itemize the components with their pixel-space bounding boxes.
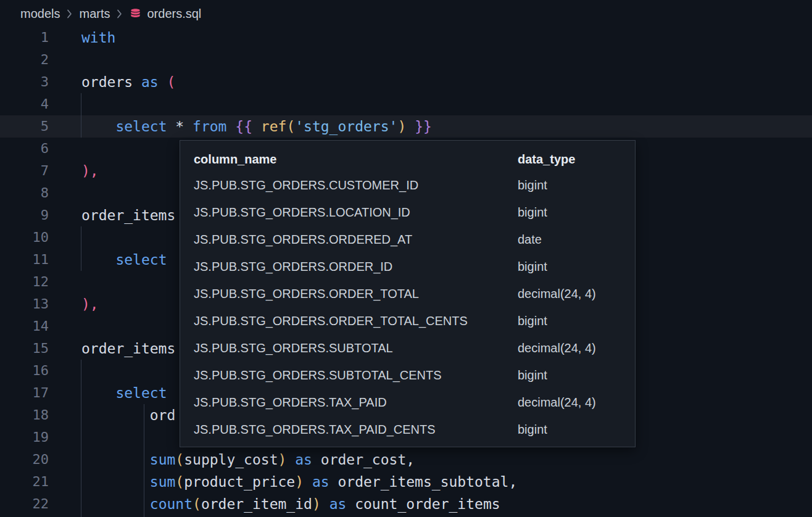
- line-number: 11: [0, 249, 49, 271]
- breadcrumb: models marts orders.sql: [0, 0, 812, 27]
- code-line[interactable]: 20 sum(supply_cost) as order_cost,: [0, 449, 812, 471]
- popup-column-name: JS.PUB.STG_ORDERS.SUBTOTAL_CENTS: [194, 368, 518, 383]
- code-text: [49, 426, 81, 449]
- line-number: 16: [0, 360, 49, 382]
- popup-row: JS.PUB.STG_ORDERS.CUSTOMER_IDbigint: [180, 172, 635, 199]
- indent-guide: [81, 226, 81, 271]
- popup-row: JS.PUB.STG_ORDERS.LOCATION_IDbigint: [180, 199, 635, 226]
- line-number: 4: [0, 93, 49, 115]
- breadcrumb-item-filename: orders.sql: [147, 7, 201, 21]
- popup-rows: JS.PUB.STG_ORDERS.CUSTOMER_IDbigintJS.PU…: [180, 172, 635, 443]
- line-number: 3: [0, 71, 49, 93]
- popup-data-type: date: [518, 233, 635, 247]
- popup-data-type: bigint: [518, 205, 635, 220]
- code-text: [49, 226, 81, 249]
- code-line[interactable]: 5 select * from {{ ref('stg_orders') }}: [0, 115, 812, 138]
- code-text: [49, 138, 81, 160]
- line-number: 6: [0, 138, 49, 160]
- popup-column-name: JS.PUB.STG_ORDERS.TAX_PAID_CENTS: [194, 423, 518, 437]
- line-number: 2: [0, 49, 49, 71]
- code-line[interactable]: 3orders as (: [0, 71, 812, 93]
- popup-column-name: JS.PUB.STG_ORDERS.CUSTOMER_ID: [194, 178, 518, 192]
- line-number: 13: [0, 293, 49, 315]
- database-icon: [129, 7, 142, 20]
- code-text: select: [49, 382, 167, 404]
- code-text: sum(product_price) as order_items_subtot…: [49, 471, 517, 493]
- breadcrumb-item-models[interactable]: models: [20, 7, 60, 21]
- code-line[interactable]: 4: [0, 93, 812, 115]
- code-line[interactable]: 1with: [0, 27, 812, 49]
- popup-column-name: JS.PUB.STG_ORDERS.SUBTOTAL: [194, 341, 518, 355]
- code-text: count(order_item_id) as count_order_item…: [49, 493, 500, 515]
- line-number: 1: [0, 27, 49, 49]
- indent-guide: [81, 360, 81, 517]
- popup-data-type-header: data_type: [518, 152, 635, 167]
- chevron-right-icon: [117, 9, 122, 19]
- line-number: 15: [0, 337, 49, 360]
- popup-header-row: column_name data_type: [180, 147, 635, 172]
- line-number: 8: [0, 182, 49, 204]
- line-number: 22: [0, 493, 49, 515]
- code-text: ),: [49, 293, 99, 315]
- popup-row: JS.PUB.STG_ORDERS.SUBTOTAL_CENTSbigint: [180, 362, 635, 389]
- code-text: sum(supply_cost) as order_cost,: [49, 449, 415, 471]
- code-text: [49, 93, 81, 115]
- code-text: order_items: [49, 337, 175, 360]
- line-number: 7: [0, 160, 49, 182]
- popup-column-name: JS.PUB.STG_ORDERS.ORDER_TOTAL_CENTS: [194, 314, 518, 328]
- line-number: 10: [0, 226, 49, 249]
- popup-column-name: JS.PUB.STG_ORDERS.ORDERED_AT: [194, 233, 518, 247]
- popup-row: JS.PUB.STG_ORDERS.ORDER_IDbigint: [180, 253, 635, 280]
- popup-data-type: bigint: [518, 423, 635, 437]
- code-text: [49, 182, 81, 204]
- code-text: ord: [49, 404, 175, 426]
- code-text: [49, 49, 81, 71]
- line-number: 18: [0, 404, 49, 426]
- indent-guide: [81, 93, 81, 138]
- popup-row: JS.PUB.STG_ORDERS.ORDER_TOTAL_CENTSbigin…: [180, 307, 635, 334]
- popup-row: JS.PUB.STG_ORDERS.SUBTOTALdecimal(24, 4): [180, 334, 635, 362]
- code-text: ),: [49, 160, 99, 182]
- indent-guide: [144, 404, 144, 517]
- popup-column-name: JS.PUB.STG_ORDERS.ORDER_ID: [194, 260, 518, 274]
- popup-data-type: decimal(24, 4): [518, 287, 635, 301]
- code-text: orders as (: [49, 71, 175, 93]
- line-number: 17: [0, 382, 49, 404]
- popup-column-name: JS.PUB.STG_ORDERS.ORDER_TOTAL: [194, 287, 518, 301]
- code-text: [49, 271, 81, 293]
- line-number: 19: [0, 426, 49, 449]
- popup-data-type: decimal(24, 4): [518, 341, 635, 355]
- popup-row: JS.PUB.STG_ORDERS.ORDERED_ATdate: [180, 226, 635, 253]
- popup-column-name-header: column_name: [194, 152, 518, 167]
- popup-row: JS.PUB.STG_ORDERS.TAX_PAIDdecimal(24, 4): [180, 389, 635, 416]
- code-line[interactable]: 21 sum(product_price) as order_items_sub…: [0, 471, 812, 493]
- chevron-right-icon: [67, 9, 72, 19]
- popup-data-type: bigint: [518, 314, 635, 328]
- popup-data-type: bigint: [518, 368, 635, 383]
- line-number: 21: [0, 471, 49, 493]
- code-text: with: [49, 27, 115, 49]
- code-text: [49, 315, 81, 337]
- line-number: 14: [0, 315, 49, 337]
- popup-column-name: JS.PUB.STG_ORDERS.TAX_PAID: [194, 395, 518, 410]
- code-text: order_items: [49, 204, 175, 226]
- popup-data-type: bigint: [518, 178, 635, 192]
- breadcrumb-item-marts[interactable]: marts: [79, 7, 110, 21]
- line-number: 9: [0, 204, 49, 226]
- code-line[interactable]: 22 count(order_item_id) as count_order_i…: [0, 493, 812, 515]
- code-text: [49, 360, 81, 382]
- columns-popup: column_name data_type JS.PUB.STG_ORDERS.…: [180, 140, 636, 447]
- code-text: select: [49, 249, 167, 271]
- line-number: 20: [0, 449, 49, 471]
- popup-row: JS.PUB.STG_ORDERS.ORDER_TOTALdecimal(24,…: [180, 280, 635, 307]
- popup-column-name: JS.PUB.STG_ORDERS.LOCATION_ID: [194, 205, 518, 220]
- popup-data-type: decimal(24, 4): [518, 395, 635, 410]
- line-number: 12: [0, 271, 49, 293]
- code-text: select * from {{ ref('stg_orders') }}: [49, 115, 432, 138]
- popup-data-type: bigint: [518, 260, 635, 274]
- breadcrumb-item-file[interactable]: orders.sql: [129, 7, 201, 21]
- code-line[interactable]: 2: [0, 49, 812, 71]
- line-number: 5: [0, 115, 49, 138]
- popup-row: JS.PUB.STG_ORDERS.TAX_PAID_CENTSbigint: [180, 416, 635, 443]
